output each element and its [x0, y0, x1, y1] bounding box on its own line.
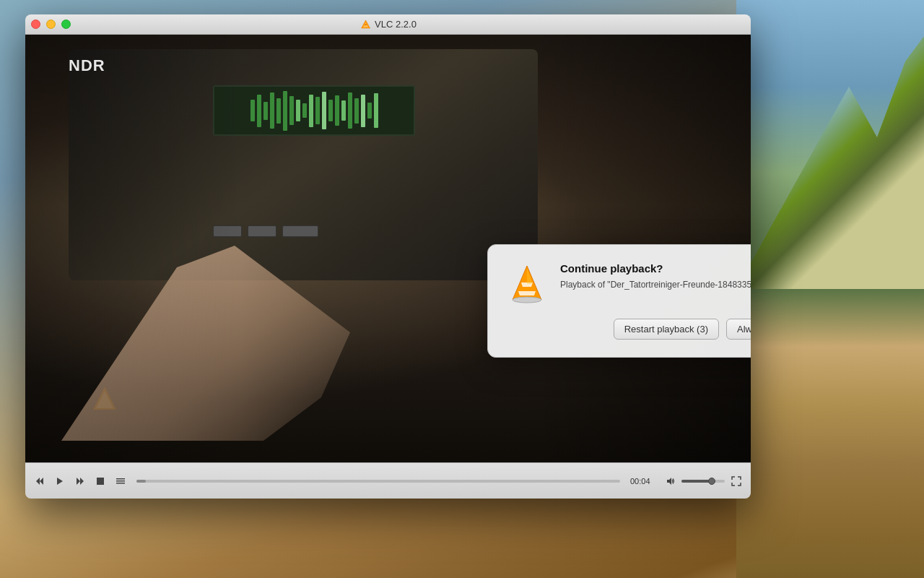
traffic-lights: [31, 20, 71, 29]
volume-bar[interactable]: [681, 480, 725, 483]
svg-marker-15: [77, 478, 80, 485]
stop-button[interactable]: [92, 473, 109, 490]
playlist-icon: [116, 476, 126, 486]
close-button[interactable]: [31, 20, 40, 29]
dialog-content: Continue playback? Playback of "Der_Tato…: [505, 262, 751, 306]
fast-forward-icon: [75, 476, 85, 486]
maximize-button[interactable]: [61, 20, 71, 29]
vlc-window: VLC 2.2.0: [25, 14, 751, 499]
player-controls: 00:04: [25, 462, 751, 499]
ndr-watermark: NDR: [69, 56, 105, 75]
dialog-box: Continue playback? Playback of "Der_Tato…: [487, 244, 751, 358]
svg-marker-21: [667, 478, 671, 485]
restart-playback-button[interactable]: Restart playback (3): [614, 319, 719, 340]
window-title: VLC 2.2.0: [359, 19, 417, 30]
always-continue-button[interactable]: Always continue: [726, 319, 751, 340]
svg-rect-17: [97, 478, 104, 485]
dialog-text: Continue playback? Playback of "Der_Tato…: [560, 262, 751, 291]
rewind-button[interactable]: [31, 473, 48, 490]
fullscreen-button[interactable]: [728, 473, 745, 490]
svg-marker-14: [57, 478, 63, 485]
fast-forward-button[interactable]: [71, 473, 89, 490]
dialog-message: Playback of "Der_Tatortreiniger-Freunde-…: [560, 279, 751, 291]
volume-icon: [666, 476, 676, 486]
svg-marker-8: [518, 291, 536, 296]
minimize-button[interactable]: [46, 20, 56, 29]
svg-rect-18: [116, 478, 125, 480]
dialog-title: Continue playback?: [560, 262, 751, 275]
volume-button[interactable]: [662, 473, 679, 490]
time-display: 00:04: [630, 477, 656, 486]
volume-knob: [708, 478, 715, 485]
volume-container: [662, 473, 725, 490]
rewind-icon: [35, 476, 45, 486]
progress-bar-fill: [136, 480, 146, 483]
vlc-watermark: [90, 384, 119, 419]
svg-marker-13: [40, 478, 43, 485]
desktop-mountains: [736, 0, 924, 578]
stop-icon: [95, 476, 105, 486]
play-button[interactable]: [51, 473, 69, 490]
dialog-buttons: Restart playback (3) Always continue Con…: [505, 319, 751, 340]
svg-rect-19: [116, 480, 125, 482]
title-bar: VLC 2.2.0: [25, 14, 751, 35]
fullscreen-icon: [731, 476, 741, 486]
svg-marker-16: [80, 478, 84, 485]
svg-marker-12: [36, 478, 40, 485]
progress-bar[interactable]: [136, 480, 620, 483]
vlc-title-icon: [359, 19, 371, 30]
dialog-vlc-icon: [505, 262, 549, 306]
playlist-button[interactable]: [112, 473, 129, 490]
video-area[interactable]: NDR: [25, 35, 751, 462]
svg-rect-20: [116, 483, 125, 484]
play-icon: [55, 476, 65, 486]
